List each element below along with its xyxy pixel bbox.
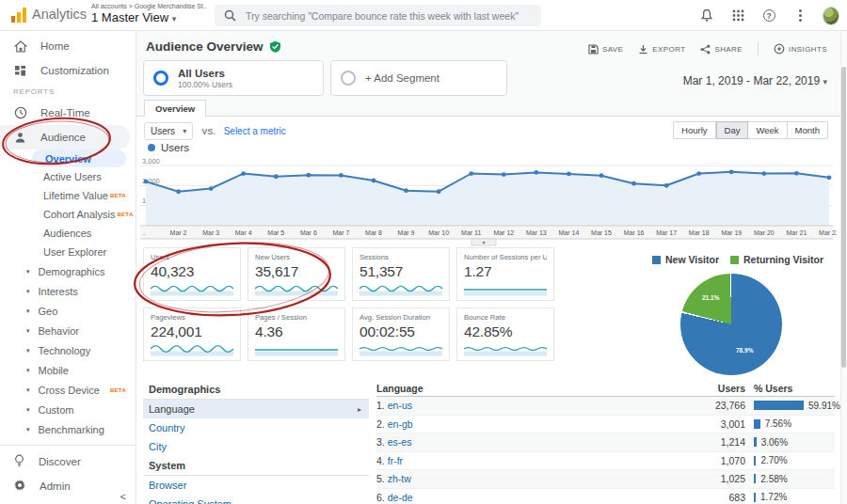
scorecard-bounce-rate[interactable]: Bounce Rate42.85% [456, 307, 554, 361]
sidebar-item-cross-device[interactable]: ▾Cross DeviceBETA [0, 380, 136, 400]
language-link[interactable]: en-us [388, 400, 412, 411]
sidebar-item-real-time[interactable]: Real-Time [0, 101, 136, 125]
visitor-type-pie-chart[interactable]: 78.9% 21.1% [680, 274, 782, 375]
analytics-logo-icon[interactable] [11, 8, 26, 23]
caret-down-icon: ▾ [26, 367, 30, 374]
export-button[interactable]: EXPORT [638, 44, 685, 55]
percent-label: 2.58% [760, 474, 787, 484]
svg-text:Mar 13: Mar 13 [526, 229, 547, 236]
sidebar-item-interests[interactable]: ▾Interests [0, 281, 136, 301]
svg-text:Mar 3: Mar 3 [202, 229, 219, 236]
percent-label: 59.91% [808, 401, 840, 411]
demo-nav-item-country[interactable]: Country [143, 418, 369, 437]
scorecard-number-of-sessions-per-user[interactable]: Number of Sessions per User1.27 [456, 247, 554, 301]
language-link[interactable]: de-de [388, 492, 413, 503]
scorecard-new-users[interactable]: New Users35,617 [248, 247, 345, 301]
sidebar-item-active-users[interactable]: Active Users [0, 167, 136, 186]
kebab-menu-icon[interactable] [791, 8, 808, 24]
language-table-row: 5.zh-tw1,0252.58% [376, 470, 835, 489]
scorecard-avg-session-duration[interactable]: Avg. Session Duration00:02:55 [352, 307, 450, 361]
save-button[interactable]: SAVE [588, 44, 623, 55]
sidebar-item-custom[interactable]: ▾Custom [0, 400, 136, 419]
sidebar-item-lifetime-value[interactable]: Lifetime ValueBETA [0, 186, 136, 205]
insights-icon [774, 43, 785, 55]
new-visitor-legend-swatch [652, 256, 661, 264]
date-range-selector[interactable]: Mar 1, 2019 - Mar 22, 2019 ▾ [683, 74, 827, 87]
granularity-month[interactable]: Month [788, 121, 828, 139]
page-scrollbar[interactable] [840, 31, 847, 504]
language-link[interactable]: es-es [388, 436, 412, 448]
users-line-chart[interactable]: 1,0002,0003,000..Mar 2Mar 3Mar 4Mar 5Mar… [138, 154, 837, 247]
segment-all-users[interactable]: All Users 100.00% Users [143, 60, 324, 96]
metric-select-dropdown[interactable]: Users ▾ [144, 122, 193, 140]
sidebar-item-geo[interactable]: ▾Geo [0, 301, 136, 321]
sidebar-item-customization[interactable]: Customization [0, 58, 136, 83]
sidebar-item-technology[interactable]: ▾Technology [0, 340, 136, 360]
clock-icon [13, 106, 27, 119]
select-metric-link[interactable]: Select a metric [224, 126, 286, 136]
sidebar-item-behavior[interactable]: ▾Behavior [0, 321, 136, 340]
sidebar-item-benchmarking[interactable]: ▾Benchmarking [0, 419, 136, 439]
tab-overview[interactable]: Overview [144, 100, 206, 117]
svg-text:Mar 21: Mar 21 [787, 229, 807, 236]
svg-text:Mar 15: Mar 15 [591, 229, 612, 236]
percent-label: 2.70% [760, 455, 787, 465]
arrow-right-icon: ▸ [358, 405, 361, 414]
scorecard-sessions[interactable]: Sessions51,357 [352, 247, 450, 301]
language-link[interactable]: en-gb [388, 418, 413, 430]
scorecard-value: 224,001 [151, 323, 233, 340]
language-link[interactable]: zh-tw [388, 473, 411, 484]
sidebar-item-audience[interactable]: Audience [0, 125, 130, 150]
percent-bar [754, 456, 756, 465]
scrollbar-thumb[interactable] [841, 67, 846, 368]
granularity-hourly[interactable]: Hourly [673, 121, 715, 139]
share-button[interactable]: SHARE [700, 44, 743, 55]
scorecard-users[interactable]: Users40,323 [143, 247, 241, 301]
language-table: Language Users % Users 1.en-us23,76659.9… [376, 380, 835, 504]
sidebar-nav: HomeCustomizationREPORTSReal-TimeAudienc… [0, 31, 136, 504]
scorecard-pages-session[interactable]: Pages / Session4.36 [248, 307, 345, 361]
demo-nav-item-city[interactable]: City [143, 437, 369, 456]
help-icon[interactable]: ? [760, 8, 777, 24]
notifications-bell-icon[interactable] [698, 8, 715, 24]
breadcrumb[interactable]: All accounts > Google Merchandise St.. [91, 3, 207, 9]
granularity-day[interactable]: Day [716, 121, 749, 139]
save-icon [588, 44, 599, 55]
sidebar-item-home[interactable]: Home [0, 34, 136, 58]
language-link[interactable]: fr-fr [388, 455, 403, 466]
sidebar-collapse-button[interactable]: < [120, 491, 126, 502]
sidebar-item-mobile[interactable]: ▾Mobile [0, 360, 136, 380]
sidebar-item-cohort-analysis[interactable]: Cohort AnalysisBETA [0, 205, 136, 224]
svg-text:Mar 12: Mar 12 [493, 229, 514, 236]
svg-text:Mar 11: Mar 11 [461, 229, 481, 236]
search-bar[interactable] [215, 5, 541, 26]
demo-nav-item-language[interactable]: Language▸ [143, 400, 369, 418]
sidebar-item-demographics[interactable]: ▾Demographics [0, 261, 136, 281]
sidebar-item-discover[interactable]: Discover [0, 449, 136, 474]
sidebar-section-reports: REPORTS [0, 83, 136, 101]
scorecard-pageviews[interactable]: Pageviews224,001 [143, 307, 241, 361]
caret-down-icon: ▾ [26, 268, 30, 276]
insights-button[interactable]: INSIGHTS [774, 43, 827, 55]
demo-nav-item-browser[interactable]: Browser [143, 476, 369, 495]
sidebar-item-audiences[interactable]: Audiences [0, 224, 136, 243]
sidebar-item-user-explorer[interactable]: User Explorer [0, 243, 136, 261]
search-input[interactable] [246, 10, 528, 22]
sidebar-item-overview[interactable]: Overview [32, 150, 126, 167]
svg-text:Mar 17: Mar 17 [656, 229, 677, 236]
sidebar-item-admin[interactable]: Admin [0, 474, 136, 498]
scorecard-label: Bounce Rate [464, 313, 547, 322]
apps-grid-icon[interactable] [729, 8, 746, 24]
beta-badge: BETA [110, 387, 126, 393]
granularity-week[interactable]: Week [748, 121, 787, 139]
users-count: 3,001 [679, 418, 745, 430]
view-selector[interactable]: 1 Master View ▾ [91, 10, 207, 24]
pie-green-slice-label: 21.1% [702, 294, 719, 301]
search-icon [224, 9, 236, 22]
account-avatar[interactable] [823, 8, 839, 24]
demo-nav-item-operating-system[interactable]: Operating System [143, 495, 369, 504]
add-segment-button[interactable]: + Add Segment [330, 60, 507, 96]
metric-sparkline [255, 341, 338, 356]
metric-sparkline [464, 341, 547, 356]
granularity-button-group: HourlyDayWeekMonth [673, 121, 828, 139]
